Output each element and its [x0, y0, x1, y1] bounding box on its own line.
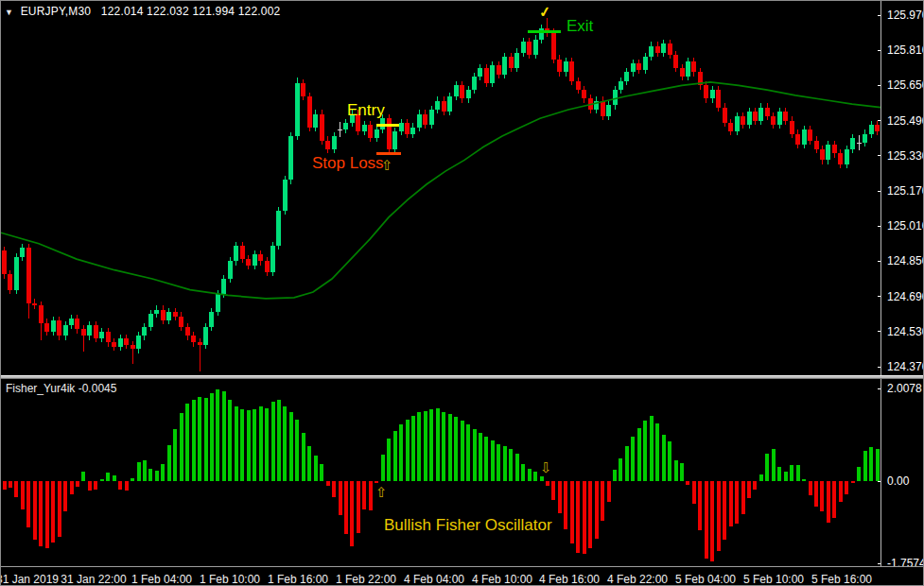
price-axis-label: 125.170	[887, 185, 924, 197]
time-axis[interactable]: 31 Jan 201931 Jan 22:001 Feb 04:001 Feb …	[1, 566, 924, 586]
time-axis-label: 5 Feb 04:00	[675, 574, 736, 585]
time-axis-label: 31 Jan 22:00	[61, 574, 126, 585]
oscillator-sell-arrow-icon[interactable]: ⇩	[540, 460, 552, 474]
price-axis-label: 125.650	[887, 79, 924, 91]
chart-window: ▼ EURJPY,M30 122.014 122.032 121.994 122…	[0, 0, 924, 586]
oscillator-axis-label: 0.00	[887, 475, 909, 487]
time-axis-label: 4 Feb 16:00	[539, 574, 600, 585]
fisher-histogram-layer	[3, 389, 880, 561]
price-axis-label: 124.690	[887, 291, 924, 302]
oscillator-axis[interactable]: 2.00780.00-1.7574	[881, 379, 924, 566]
time-axis-label: 1 Feb 22:00	[336, 574, 396, 585]
price-axis-label: 124.370	[887, 361, 924, 372]
chart-title: ▼ EURJPY,M30 122.014 122.032 121.994 122…	[5, 5, 281, 18]
checkmark-icon: ✓	[538, 3, 552, 22]
entry-annotation[interactable]: Entry	[347, 101, 385, 120]
price-axis[interactable]: 125.970125.810125.650125.490125.330125.1…	[881, 1, 924, 375]
price-axis-label: 125.010	[887, 220, 924, 232]
exit-annotation[interactable]: Exit	[567, 17, 593, 36]
candlesticks-layer	[2, 18, 880, 371]
ohlc-readout: 122.014 122.032 121.994 122.002	[101, 5, 281, 18]
time-axis-label: 5 Feb 10:00	[743, 574, 804, 585]
time-axis-label: 4 Feb 22:00	[607, 574, 668, 585]
oscillator-axis-label: 2.0078	[887, 383, 922, 394]
indicator-name-label: Fisher_Yur4ik -0.0045	[6, 382, 116, 395]
oscillator-caption: Bullish Fisher Oscillator	[384, 516, 552, 535]
chart-canvas[interactable]	[1, 1, 924, 586]
time-axis-label: 1 Feb 10:00	[200, 574, 260, 585]
price-axis-label: 124.850	[887, 255, 924, 267]
price-axis-label: 125.810	[887, 44, 924, 56]
time-axis-label: 31 Jan 2019	[0, 574, 59, 585]
price-axis-label: 125.490	[887, 115, 924, 127]
symbol-dropdown-icon[interactable]: ▼	[5, 8, 13, 17]
time-axis-label: 4 Feb 04:00	[404, 574, 464, 585]
price-axis-label: 124.530	[887, 326, 924, 337]
oscillator-buy-arrow-icon[interactable]: ⇧	[375, 485, 388, 499]
price-axis-label: 125.970	[887, 9, 924, 21]
stop-loss-annotation[interactable]: Stop Loss	[312, 154, 384, 173]
time-axis-label: 1 Feb 16:00	[268, 574, 328, 585]
symbol-period-label: EURJPY,M30	[21, 5, 91, 18]
time-axis-label: 4 Feb 10:00	[472, 574, 532, 585]
time-axis-label: 1 Feb 04:00	[131, 574, 192, 585]
price-axis-label: 125.330	[887, 150, 924, 162]
time-axis-label: 5 Feb 16:00	[811, 574, 872, 585]
buy-arrow-icon[interactable]: ⇧	[381, 158, 393, 172]
panel-divider[interactable]	[1, 375, 924, 379]
